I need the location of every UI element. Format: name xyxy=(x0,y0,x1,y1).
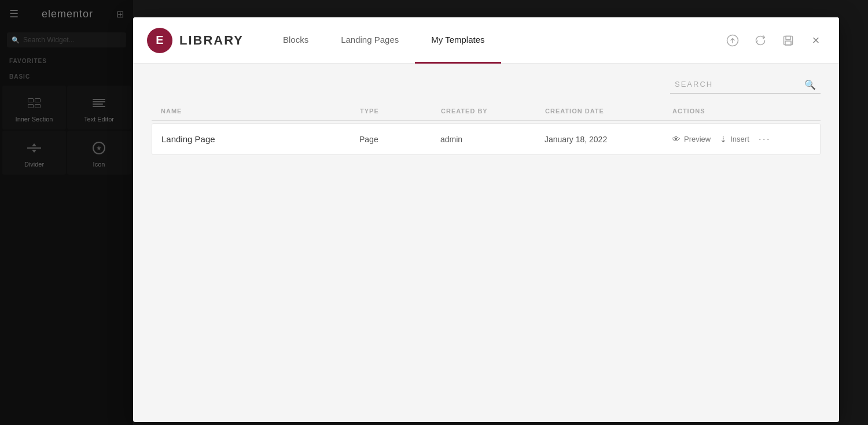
insert-button[interactable]: ⇣ Insert xyxy=(720,135,749,144)
sync-button[interactable] xyxy=(751,31,770,50)
save-icon xyxy=(782,34,795,47)
upload-button[interactable] xyxy=(723,31,742,50)
cell-name: Landing Page xyxy=(161,134,359,144)
col-header-actions: ACTIONS xyxy=(672,108,811,114)
eye-icon: 👁 xyxy=(672,134,681,144)
sync-icon xyxy=(754,34,767,47)
library-modal: E LIBRARY Blocks Landing Pages My Templa… xyxy=(133,17,839,422)
preview-label: Preview xyxy=(684,135,711,143)
table-header: NAME TYPE CREATED BY CREATION DATE ACTIO… xyxy=(152,108,821,121)
library-logo-letter: E xyxy=(156,34,163,47)
search-bar-wrap: 🔍 xyxy=(152,75,821,94)
tab-blocks[interactable]: Blocks xyxy=(267,18,325,64)
insert-icon: ⇣ xyxy=(720,135,727,144)
modal-header: E LIBRARY Blocks Landing Pages My Templa… xyxy=(133,17,839,64)
tab-landing-pages[interactable]: Landing Pages xyxy=(325,18,415,64)
close-button[interactable]: × xyxy=(807,31,825,50)
cell-created-by: admin xyxy=(440,135,545,144)
modal-body: 🔍 NAME TYPE CREATED BY CREATION DATE ACT… xyxy=(133,64,839,422)
more-options-button[interactable]: ··· xyxy=(759,133,771,145)
close-icon: × xyxy=(812,33,820,48)
cell-type: Page xyxy=(359,135,440,144)
cell-creation-date: January 18, 2022 xyxy=(545,135,672,144)
cell-actions: 👁 Preview ⇣ Insert ··· xyxy=(672,133,811,145)
library-title: LIBRARY xyxy=(179,33,244,48)
table-row: Landing Page Page admin January 18, 2022… xyxy=(152,123,821,155)
upload-icon xyxy=(726,34,739,47)
library-logo: E LIBRARY xyxy=(147,28,244,53)
templates-search-input[interactable] xyxy=(670,75,821,94)
save-button[interactable] xyxy=(779,31,797,50)
preview-button[interactable]: 👁 Preview xyxy=(672,134,711,144)
col-header-type: TYPE xyxy=(360,108,441,114)
search-bar-container: 🔍 xyxy=(670,75,821,94)
tab-my-templates[interactable]: My Templates xyxy=(415,18,501,64)
more-icon: ··· xyxy=(759,133,771,145)
col-header-created-by: CREATED BY xyxy=(441,108,545,114)
col-header-name: NAME xyxy=(161,108,360,114)
modal-header-actions: × xyxy=(723,31,825,50)
modal-tabs: Blocks Landing Pages My Templates xyxy=(267,17,723,63)
col-header-creation-date: CREATION DATE xyxy=(545,108,672,114)
insert-label: Insert xyxy=(730,135,749,143)
library-logo-circle: E xyxy=(147,28,172,53)
search-icon: 🔍 xyxy=(804,79,816,90)
svg-rect-2 xyxy=(786,36,790,39)
